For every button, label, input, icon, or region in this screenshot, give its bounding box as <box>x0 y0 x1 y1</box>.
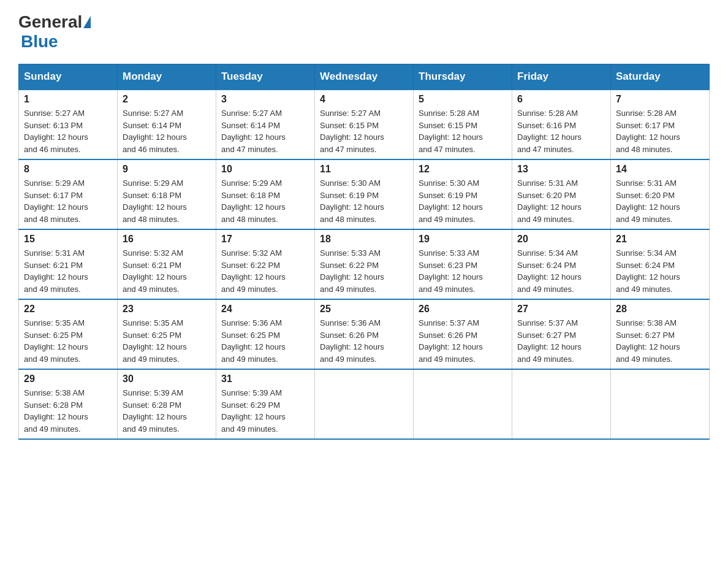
day-info: Sunrise: 5:36 AMSunset: 6:26 PMDaylight:… <box>320 318 384 364</box>
day-info: Sunrise: 5:34 AMSunset: 6:24 PMDaylight:… <box>616 248 680 294</box>
calendar-header-monday: Monday <box>118 64 216 90</box>
calendar-week-3: 15 Sunrise: 5:31 AMSunset: 6:21 PMDaylig… <box>19 229 710 299</box>
calendar-cell <box>315 369 414 439</box>
day-info: Sunrise: 5:27 AMSunset: 6:15 PMDaylight:… <box>320 109 384 154</box>
day-info: Sunrise: 5:29 AMSunset: 6:17 PMDaylight:… <box>24 178 88 224</box>
calendar-cell: 27 Sunrise: 5:37 AMSunset: 6:27 PMDaylig… <box>512 299 611 369</box>
day-info: Sunrise: 5:35 AMSunset: 6:25 PMDaylight:… <box>24 318 88 364</box>
day-number: 4 <box>320 94 408 105</box>
day-info: Sunrise: 5:27 AMSunset: 6:13 PMDaylight:… <box>24 109 88 154</box>
logo-triangle-icon <box>83 16 91 28</box>
calendar-cell <box>512 369 611 439</box>
day-info: Sunrise: 5:37 AMSunset: 6:26 PMDaylight:… <box>419 318 483 364</box>
day-number: 7 <box>616 94 704 105</box>
day-info: Sunrise: 5:28 AMSunset: 6:16 PMDaylight:… <box>517 109 582 154</box>
calendar-cell <box>414 369 512 439</box>
calendar-cell: 11 Sunrise: 5:30 AMSunset: 6:19 PMDaylig… <box>315 159 414 229</box>
page-header: General Blue <box>18 12 710 52</box>
calendar-cell: 18 Sunrise: 5:33 AMSunset: 6:22 PMDaylig… <box>315 229 414 299</box>
day-number: 13 <box>517 164 605 175</box>
calendar-header-friday: Friday <box>512 64 611 90</box>
calendar-cell: 1 Sunrise: 5:27 AMSunset: 6:13 PMDayligh… <box>19 90 118 159</box>
day-number: 3 <box>221 94 309 105</box>
day-number: 2 <box>123 94 211 105</box>
day-info: Sunrise: 5:36 AMSunset: 6:25 PMDaylight:… <box>221 318 286 364</box>
calendar-cell: 31 Sunrise: 5:39 AMSunset: 6:29 PMDaylig… <box>216 369 315 439</box>
calendar-cell: 26 Sunrise: 5:37 AMSunset: 6:26 PMDaylig… <box>414 299 512 369</box>
calendar-cell: 5 Sunrise: 5:28 AMSunset: 6:15 PMDayligh… <box>414 90 512 159</box>
calendar-week-5: 29 Sunrise: 5:38 AMSunset: 6:28 PMDaylig… <box>19 369 710 439</box>
day-info: Sunrise: 5:37 AMSunset: 6:27 PMDaylight:… <box>517 318 582 364</box>
calendar-cell: 22 Sunrise: 5:35 AMSunset: 6:25 PMDaylig… <box>19 299 118 369</box>
calendar-cell: 13 Sunrise: 5:31 AMSunset: 6:20 PMDaylig… <box>512 159 611 229</box>
day-info: Sunrise: 5:28 AMSunset: 6:15 PMDaylight:… <box>419 109 483 154</box>
calendar-cell: 10 Sunrise: 5:29 AMSunset: 6:18 PMDaylig… <box>216 159 315 229</box>
calendar-cell: 20 Sunrise: 5:34 AMSunset: 6:24 PMDaylig… <box>512 229 611 299</box>
day-number: 30 <box>123 373 211 385</box>
calendar-header-wednesday: Wednesday <box>315 64 414 90</box>
day-number: 12 <box>419 164 507 175</box>
day-number: 25 <box>320 304 408 315</box>
day-number: 28 <box>616 304 704 315</box>
day-number: 14 <box>616 164 704 175</box>
day-number: 1 <box>24 94 112 105</box>
day-number: 18 <box>320 234 408 245</box>
day-number: 22 <box>24 304 112 315</box>
calendar-cell: 25 Sunrise: 5:36 AMSunset: 6:26 PMDaylig… <box>315 299 414 369</box>
calendar-cell: 9 Sunrise: 5:29 AMSunset: 6:18 PMDayligh… <box>118 159 216 229</box>
day-number: 31 <box>221 373 309 385</box>
day-info: Sunrise: 5:33 AMSunset: 6:22 PMDaylight:… <box>320 248 384 294</box>
calendar-cell: 28 Sunrise: 5:38 AMSunset: 6:27 PMDaylig… <box>611 299 710 369</box>
day-number: 8 <box>24 164 112 175</box>
logo-general-text: General <box>18 12 82 32</box>
calendar-cell: 19 Sunrise: 5:33 AMSunset: 6:23 PMDaylig… <box>414 229 512 299</box>
calendar-header-sunday: Sunday <box>19 64 118 90</box>
calendar-cell: 4 Sunrise: 5:27 AMSunset: 6:15 PMDayligh… <box>315 90 414 159</box>
calendar-cell: 24 Sunrise: 5:36 AMSunset: 6:25 PMDaylig… <box>216 299 315 369</box>
day-info: Sunrise: 5:32 AMSunset: 6:21 PMDaylight:… <box>123 248 187 294</box>
day-info: Sunrise: 5:34 AMSunset: 6:24 PMDaylight:… <box>517 248 582 294</box>
calendar-cell: 15 Sunrise: 5:31 AMSunset: 6:21 PMDaylig… <box>19 229 118 299</box>
day-number: 29 <box>24 373 112 385</box>
calendar-table: SundayMondayTuesdayWednesdayThursdayFrid… <box>18 64 710 440</box>
day-info: Sunrise: 5:38 AMSunset: 6:27 PMDaylight:… <box>616 318 680 364</box>
calendar-cell: 12 Sunrise: 5:30 AMSunset: 6:19 PMDaylig… <box>414 159 512 229</box>
calendar-cell: 30 Sunrise: 5:39 AMSunset: 6:28 PMDaylig… <box>118 369 216 439</box>
day-number: 6 <box>517 94 605 105</box>
day-info: Sunrise: 5:39 AMSunset: 6:29 PMDaylight:… <box>221 388 286 434</box>
day-number: 26 <box>419 304 507 315</box>
calendar-cell: 14 Sunrise: 5:31 AMSunset: 6:20 PMDaylig… <box>611 159 710 229</box>
day-info: Sunrise: 5:29 AMSunset: 6:18 PMDaylight:… <box>221 178 286 224</box>
day-info: Sunrise: 5:35 AMSunset: 6:25 PMDaylight:… <box>123 318 187 364</box>
logo: General Blue <box>18 12 92 52</box>
day-info: Sunrise: 5:31 AMSunset: 6:20 PMDaylight:… <box>616 178 680 224</box>
calendar-cell: 29 Sunrise: 5:38 AMSunset: 6:28 PMDaylig… <box>19 369 118 439</box>
calendar-cell: 23 Sunrise: 5:35 AMSunset: 6:25 PMDaylig… <box>118 299 216 369</box>
day-info: Sunrise: 5:30 AMSunset: 6:19 PMDaylight:… <box>419 178 483 224</box>
calendar-week-4: 22 Sunrise: 5:35 AMSunset: 6:25 PMDaylig… <box>19 299 710 369</box>
day-info: Sunrise: 5:38 AMSunset: 6:28 PMDaylight:… <box>24 388 88 434</box>
day-info: Sunrise: 5:31 AMSunset: 6:21 PMDaylight:… <box>24 248 88 294</box>
day-number: 24 <box>221 304 309 315</box>
calendar-week-1: 1 Sunrise: 5:27 AMSunset: 6:13 PMDayligh… <box>19 90 710 159</box>
calendar-header-thursday: Thursday <box>414 64 512 90</box>
day-number: 20 <box>517 234 605 245</box>
calendar-header-saturday: Saturday <box>611 64 710 90</box>
calendar-cell: 6 Sunrise: 5:28 AMSunset: 6:16 PMDayligh… <box>512 90 611 159</box>
day-info: Sunrise: 5:32 AMSunset: 6:22 PMDaylight:… <box>221 248 286 294</box>
day-number: 15 <box>24 234 112 245</box>
day-info: Sunrise: 5:27 AMSunset: 6:14 PMDaylight:… <box>221 109 286 154</box>
day-number: 19 <box>419 234 507 245</box>
calendar-cell: 16 Sunrise: 5:32 AMSunset: 6:21 PMDaylig… <box>118 229 216 299</box>
day-number: 10 <box>221 164 309 175</box>
day-number: 17 <box>221 234 309 245</box>
day-number: 27 <box>517 304 605 315</box>
day-number: 23 <box>123 304 211 315</box>
day-number: 9 <box>123 164 211 175</box>
calendar-header-tuesday: Tuesday <box>216 64 315 90</box>
calendar-cell: 7 Sunrise: 5:28 AMSunset: 6:17 PMDayligh… <box>611 90 710 159</box>
day-info: Sunrise: 5:39 AMSunset: 6:28 PMDaylight:… <box>123 388 187 434</box>
calendar-cell <box>611 369 710 439</box>
day-info: Sunrise: 5:33 AMSunset: 6:23 PMDaylight:… <box>419 248 483 294</box>
day-number: 5 <box>419 94 507 105</box>
